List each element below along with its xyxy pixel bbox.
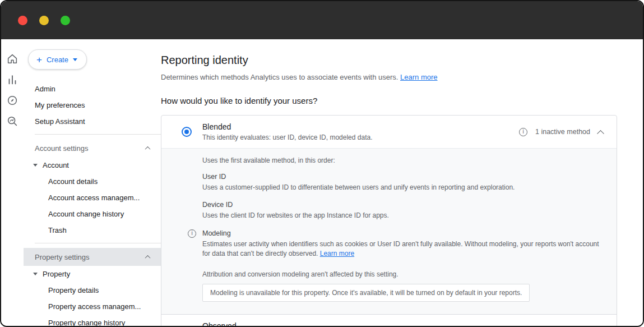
plus-icon: +: [36, 55, 42, 65]
sidebar-item-account-details[interactable]: Account details: [24, 173, 161, 190]
modeling-learn-more-link[interactable]: Learn more: [320, 250, 354, 257]
advertising-icon[interactable]: [6, 115, 18, 127]
method-device-id-description: Uses the client ID for websites or the a…: [202, 211, 603, 220]
section-account-settings-label: Account settings: [35, 144, 88, 153]
learn-more-link[interactable]: Learn more: [400, 73, 437, 81]
blended-option-header[interactable]: Blended This identity evaluates: user ID…: [161, 116, 617, 148]
blended-radio[interactable]: [182, 127, 192, 137]
reports-icon[interactable]: [6, 73, 18, 86]
inactive-method-badge: 1 inactive method: [535, 128, 590, 136]
sidebar-divider: [35, 134, 161, 135]
arrow-drop-down-icon: [33, 164, 38, 167]
blended-details: Uses the first available method, in this…: [161, 148, 617, 314]
collapse-chevron-up-icon[interactable]: [597, 130, 604, 137]
sidebar-group-property-label: Property: [43, 270, 70, 278]
method-user-id-name: User ID: [202, 173, 603, 181]
method-user-id: User ID Uses a customer-supplied ID to d…: [202, 173, 603, 192]
method-modeling: i Modeling Estimates user activity when …: [202, 229, 603, 259]
observed-option-header[interactable]: Observed This identity evaluates: user I…: [161, 314, 617, 327]
method-device-id: Device ID Uses the client ID for website…: [202, 201, 603, 220]
sidebar-item-setup-assistant[interactable]: Setup Assistant: [24, 113, 161, 130]
attribution-note: Attribution and conversion modeling aren…: [202, 270, 603, 278]
sidebar-item-my-preferences[interactable]: My preferences: [24, 97, 161, 113]
titlebar: [1, 1, 643, 39]
page-title: Reporting identity: [161, 54, 617, 67]
nav-rail: [1, 39, 24, 327]
app-body: + Create Admin My preferences Setup Assi…: [1, 39, 643, 327]
chevron-up-icon: [145, 146, 151, 151]
blended-header-right: i 1 inactive method: [519, 128, 603, 136]
page-subtitle: Determines which methods Analytics uses …: [161, 73, 617, 81]
sidebar-group-account-label: Account: [43, 161, 69, 169]
create-label: Create: [47, 56, 68, 64]
sidebar-divider: [35, 243, 161, 243]
blended-texts: Blended This identity evaluates: user ID…: [202, 122, 373, 141]
explore-icon[interactable]: [6, 94, 18, 107]
close-button[interactable]: [18, 16, 27, 25]
create-button[interactable]: + Create: [28, 49, 87, 70]
section-account-settings[interactable]: Account settings: [24, 139, 161, 157]
method-device-id-name: Device ID: [202, 201, 603, 209]
sidebar-group-account[interactable]: Account: [24, 157, 161, 173]
maximize-button[interactable]: [61, 16, 70, 25]
modeling-unavailable-notice: Modeling is unavailable for this propert…: [202, 284, 530, 302]
sidebar-item-property-access-management[interactable]: Property access managem...: [24, 298, 161, 315]
page-subtitle-text: Determines which methods Analytics uses …: [161, 73, 398, 81]
sidebar-item-admin[interactable]: Admin: [24, 81, 161, 97]
observed-label: Observed: [202, 321, 328, 327]
chevron-up-icon: [145, 255, 151, 260]
sidebar-item-account-change-history[interactable]: Account change history: [24, 206, 161, 222]
info-icon: i: [188, 229, 196, 238]
section-property-settings-label: Property settings: [35, 253, 90, 261]
sidebar-item-account-access-management[interactable]: Account access managem...: [24, 190, 161, 206]
reporting-identity-card: Blended This identity evaluates: user ID…: [161, 115, 617, 327]
sidebar-item-trash[interactable]: Trash: [24, 222, 161, 238]
chevron-down-icon: [73, 58, 77, 61]
sidebar-item-property-details[interactable]: Property details: [24, 282, 161, 298]
home-icon[interactable]: [6, 53, 18, 65]
details-intro: Uses the first available method, in this…: [202, 156, 603, 164]
blended-description: This identity evaluates: user ID, device…: [202, 133, 373, 141]
method-modeling-name: Modeling: [202, 229, 603, 237]
sidebar: + Create Admin My preferences Setup Assi…: [24, 39, 161, 327]
sidebar-group-property[interactable]: Property: [24, 266, 161, 282]
app-window: + Create Admin My preferences Setup Assi…: [0, 0, 644, 327]
method-modeling-description: Estimates user activity when identifiers…: [202, 240, 603, 259]
minimize-button[interactable]: [39, 16, 49, 25]
blended-label: Blended: [202, 122, 373, 131]
identify-users-question: How would you like to identify your user…: [161, 96, 617, 105]
sidebar-item-property-change-history[interactable]: Property change history: [24, 315, 161, 327]
method-modeling-description-text: Estimates user activity when identifiers…: [202, 240, 599, 257]
method-user-id-description: Uses a customer-supplied ID to different…: [202, 183, 603, 192]
main-content: Reporting identity Determines which meth…: [161, 39, 643, 327]
arrow-drop-down-icon: [33, 273, 38, 275]
info-icon: i: [519, 128, 527, 136]
section-property-settings[interactable]: Property settings: [24, 248, 161, 266]
observed-texts: Observed This identity evaluates: user I…: [202, 321, 328, 327]
